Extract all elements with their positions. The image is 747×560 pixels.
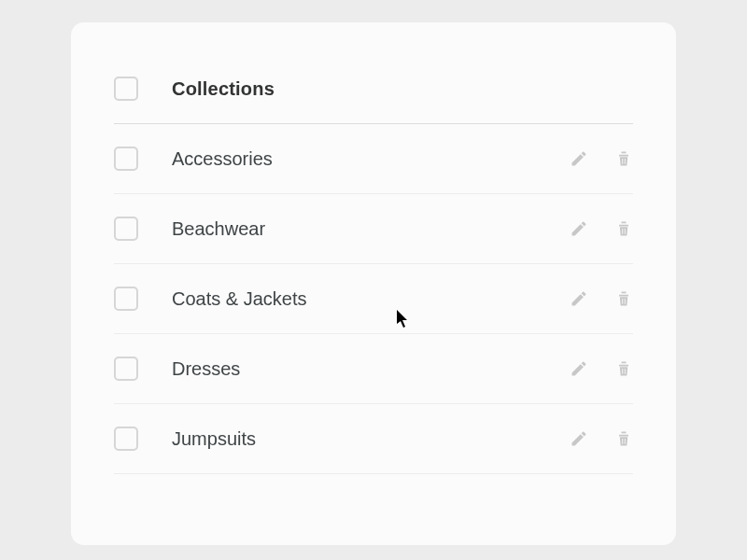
row-actions xyxy=(570,359,633,378)
list-header: Collections xyxy=(114,60,633,124)
page-title: Collections xyxy=(172,78,275,100)
row-checkbox[interactable] xyxy=(114,427,138,451)
list-row: Jumpsuits xyxy=(114,404,633,474)
row-checkbox[interactable] xyxy=(114,287,138,311)
row-label: Dresses xyxy=(172,358,570,380)
row-label: Coats & Jackets xyxy=(172,288,570,310)
row-label: Jumpsuits xyxy=(172,428,570,450)
pencil-icon[interactable] xyxy=(570,289,588,308)
trash-icon[interactable] xyxy=(614,219,633,238)
trash-icon[interactable] xyxy=(614,289,633,308)
row-checkbox[interactable] xyxy=(114,147,138,171)
list-row: Beachwear xyxy=(114,194,633,264)
row-label: Beachwear xyxy=(172,218,570,240)
pencil-icon[interactable] xyxy=(570,149,588,168)
collections-card: Collections AccessoriesBeachwearCoats & … xyxy=(71,22,676,545)
trash-icon[interactable] xyxy=(614,359,633,378)
row-checkbox[interactable] xyxy=(114,357,138,381)
pencil-icon[interactable] xyxy=(570,429,588,448)
row-actions xyxy=(570,289,633,308)
trash-icon[interactable] xyxy=(614,429,633,448)
pencil-icon[interactable] xyxy=(570,219,588,238)
row-label: Accessories xyxy=(172,148,570,170)
trash-icon[interactable] xyxy=(614,149,633,168)
list-row: Coats & Jackets xyxy=(114,264,633,334)
row-checkbox[interactable] xyxy=(114,217,138,241)
row-actions xyxy=(570,429,633,448)
pencil-icon[interactable] xyxy=(570,359,588,378)
row-actions xyxy=(570,149,633,168)
list-row: Accessories xyxy=(114,124,633,194)
list-row: Dresses xyxy=(114,334,633,404)
collections-list: AccessoriesBeachwearCoats & JacketsDress… xyxy=(114,124,633,474)
select-all-checkbox[interactable] xyxy=(114,77,138,101)
row-actions xyxy=(570,219,633,238)
